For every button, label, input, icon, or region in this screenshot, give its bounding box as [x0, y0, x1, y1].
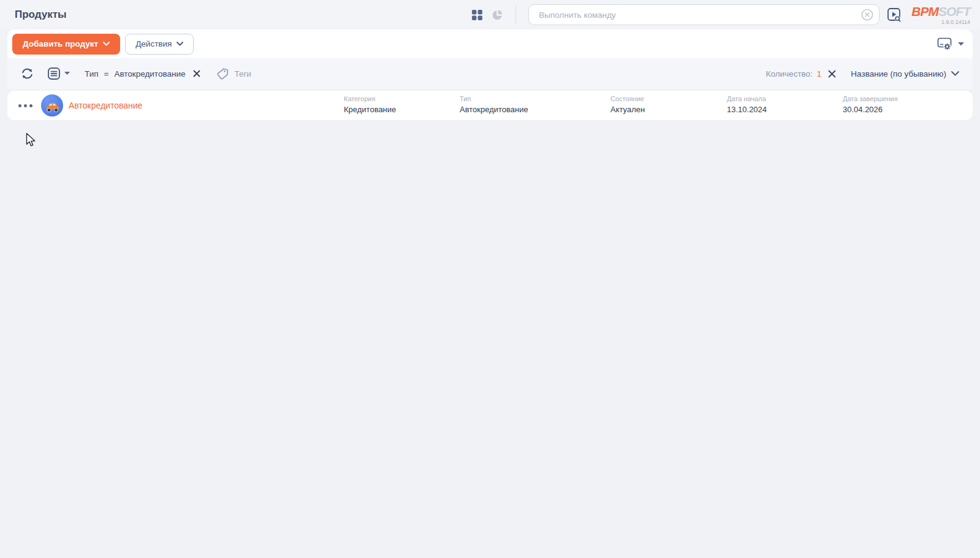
count-value: 1: [817, 69, 822, 78]
actions-label: Действия: [135, 39, 172, 48]
filter-view-selector[interactable]: [47, 67, 70, 80]
run-process-icon[interactable]: [887, 7, 902, 23]
record-column-end-date: Дата завершения 30.04.2026: [843, 95, 898, 114]
sort-selector[interactable]: Название (по убыванию): [851, 69, 959, 78]
app-version: 1.9.0.14114: [911, 20, 970, 25]
remove-filter-icon[interactable]: [193, 70, 200, 77]
grid-settings-icon[interactable]: [936, 36, 953, 52]
toolbar: Добавить продукт Действия: [7, 29, 973, 58]
grid-view-icon[interactable]: [471, 9, 483, 21]
filter-operator: =: [104, 69, 109, 78]
dashboard-pie-icon[interactable]: [492, 9, 503, 21]
chevron-down-icon: [177, 42, 183, 46]
filter-value: Автокредитование: [114, 69, 185, 78]
chevron-down-icon: [103, 42, 110, 46]
command-line: [528, 4, 879, 25]
record-column-start-date: Дата начала 13.10.2024: [727, 95, 767, 114]
tag-icon: [216, 67, 229, 80]
actions-button[interactable]: Действия: [125, 34, 194, 55]
table-row[interactable]: Автокредитование Категория Кредитование …: [7, 91, 973, 120]
tags-label: Теги: [234, 69, 251, 78]
command-input[interactable]: [528, 4, 879, 25]
tags-filter[interactable]: Теги: [216, 67, 251, 80]
brand-logo-primary: BPM: [911, 4, 938, 18]
row-actions-menu-icon[interactable]: [15, 104, 36, 107]
mouse-cursor: [26, 132, 36, 148]
clear-command-icon[interactable]: [861, 9, 873, 21]
refresh-icon[interactable]: [21, 67, 34, 80]
caret-down-icon: [64, 72, 70, 75]
add-product-button[interactable]: Добавить продукт: [12, 34, 120, 55]
record-column-type: Тип Автокредитование: [460, 95, 528, 114]
view-switcher: [471, 9, 503, 21]
clear-count-filter-icon[interactable]: [828, 70, 836, 78]
active-filter-chip[interactable]: Тип = Автокредитование: [85, 69, 200, 78]
add-product-label: Добавить продукт: [23, 39, 98, 48]
record-title-link[interactable]: Автокредитование: [69, 101, 142, 110]
page-title: Продукты: [15, 9, 67, 21]
filter-field: Тип: [85, 69, 99, 78]
count-label: Количество:: [766, 69, 813, 78]
header-divider: [515, 6, 516, 24]
car-image: [41, 94, 63, 117]
brand-logo: BPMSOFT 1.9.0.14114: [911, 5, 970, 25]
chevron-down-icon: [951, 71, 959, 76]
filter-bar: Тип = Автокредитование Теги Количество: …: [7, 58, 973, 89]
list-filter-icon: [47, 67, 61, 80]
brand-logo-secondary: SOFT: [938, 4, 970, 18]
product-avatar: [41, 94, 63, 117]
settings-dropdown-caret-icon[interactable]: [958, 42, 964, 46]
sort-label: Название (по убыванию): [851, 69, 946, 78]
record-column-status: Состояние Актуален: [610, 95, 645, 114]
record-column-category: Категория Кредитование: [344, 95, 396, 114]
top-header: Продукты: [0, 0, 980, 29]
